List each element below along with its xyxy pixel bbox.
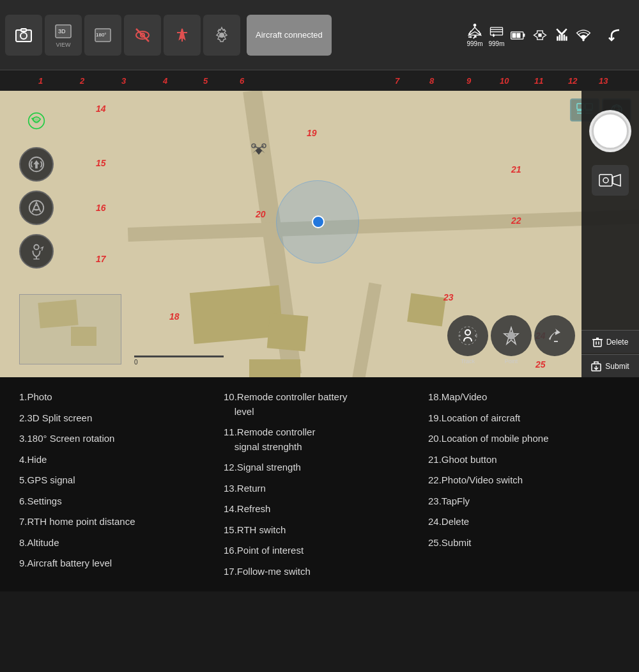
legend-item-12: 12.Signal strength (224, 460, 415, 475)
legend-item-10: 10.Remode controller battery level (224, 390, 415, 419)
number-annotation-row: 1 2 3 4 5 6 7 8 9 10 11 12 13 (0, 70, 639, 91)
label-8: 8 (429, 76, 434, 86)
wifi-signal-stat (575, 27, 592, 43)
action-buttons: Delete Submit (581, 330, 639, 377)
point-button[interactable]: Point (491, 315, 532, 364)
return-button[interactable] (597, 15, 634, 56)
legend-item-5: 5.GPS signal (19, 473, 211, 488)
drone-location-icon (249, 142, 268, 161)
track-circle (447, 315, 488, 356)
svg-text:→↗: →↗ (468, 35, 477, 39)
svg-text:3D: 3D (58, 28, 66, 35)
svg-rect-30 (566, 36, 567, 40)
shoot-button-inner (592, 113, 629, 150)
tapfly-controls: Track Point (447, 315, 575, 364)
svg-marker-58 (613, 175, 620, 186)
phone-location-dot (312, 215, 325, 228)
svg-text:180°: 180° (96, 32, 107, 38)
map-label-14: 14 (96, 104, 106, 114)
label-12: 12 (568, 76, 577, 86)
legend-item-3: 3.180° Screen rotation (19, 432, 211, 446)
point-of-interest-button[interactable] (19, 191, 54, 225)
rth-distance-stat: →↗ 999m (466, 22, 483, 47)
legend-item-14: 14.Refresh (224, 502, 415, 517)
svg-point-59 (465, 330, 470, 335)
legend-item-9: 9.Aircraft battery level (19, 556, 211, 571)
aircraft-battery-stat (510, 27, 527, 43)
svg-rect-56 (599, 175, 612, 186)
legend-col1: 1.Photo 2.3D Split screen 3.180° Screen … (19, 390, 211, 585)
refresh-button[interactable] (19, 104, 54, 138)
svg-rect-2 (21, 29, 26, 31)
legend-item-16: 16.Point of interest (224, 543, 415, 558)
swipe-button[interactable] (534, 315, 575, 364)
top-bar: 3D VIEW 180° (0, 0, 639, 70)
map-label-15: 15 (96, 158, 106, 168)
rth-switch-button[interactable] (19, 147, 54, 182)
settings-button[interactable] (203, 15, 240, 56)
legend-item-13: 13.Return (224, 481, 415, 496)
svg-rect-28 (561, 33, 563, 40)
legend-item-6: 6.Settings (19, 494, 211, 509)
svg-rect-26 (557, 36, 558, 40)
delete-button[interactable]: Delete (581, 330, 639, 353)
label-9: 9 (466, 76, 471, 86)
label-5: 5 (203, 76, 208, 86)
legend-item-8: 8.Altitude (19, 536, 211, 551)
legend-item-23: 23.TapFly (428, 494, 620, 509)
svg-rect-27 (559, 35, 561, 41)
remote-signal-stat (553, 27, 570, 43)
svg-rect-62 (594, 340, 601, 347)
photo-button[interactable] (5, 15, 42, 56)
svg-rect-24 (516, 33, 520, 38)
legend-item-7: 7.RTH home point distance (19, 515, 211, 529)
photo-video-switch[interactable] (592, 165, 629, 196)
label-13: 13 (599, 76, 608, 86)
point-label: Point (505, 358, 518, 364)
legend-item-2: 2.3D Split screen (19, 411, 211, 426)
hide-button[interactable] (124, 15, 161, 56)
legend-item-11: 11.Remode controller signal strenghth (224, 425, 415, 454)
label-2: 2 (80, 76, 84, 86)
swipe-label (554, 358, 556, 364)
label-7: 7 (395, 76, 399, 86)
submit-button[interactable]: Submit (581, 354, 639, 377)
legend-item-24: 24.Delete (428, 515, 620, 529)
legend-area: 1.Photo 2.3D Split screen 3.180° Screen … (0, 377, 639, 591)
180-rotation-button[interactable]: 180° (84, 15, 121, 56)
track-label: Track (461, 358, 475, 364)
svg-point-61 (507, 332, 515, 340)
3d-split-button[interactable]: 3D VIEW (45, 15, 82, 56)
swipe-circle (534, 315, 575, 356)
map-label-21: 21 (511, 164, 521, 175)
legend-item-17: 17.Follow-me switch (224, 565, 415, 579)
follow-me-button[interactable] (19, 234, 54, 269)
submit-label: Submit (605, 362, 629, 371)
svg-point-31 (582, 39, 584, 41)
legend-item-1: 1.Photo (19, 390, 211, 405)
svg-point-14 (473, 24, 475, 26)
map-label-18: 18 (169, 311, 180, 322)
point-circle (491, 315, 532, 356)
legend-item-18: 18.Map/Video (428, 390, 620, 405)
legend-col2: 10.Remode controller battery level 11.Re… (224, 390, 415, 585)
gps-signal-button[interactable] (164, 15, 201, 56)
left-panel (19, 104, 54, 269)
svg-rect-22 (523, 33, 525, 36)
legend-item-25: 25.Submit (428, 536, 620, 551)
map-area[interactable]: 14 15 16 17 18 19 20 21 22 23 24 25 (0, 91, 639, 377)
legend-item-15: 15.RTH switch (224, 523, 415, 538)
svg-point-57 (603, 178, 608, 183)
legend-item-20: 20.Location of mobile phone (428, 432, 620, 446)
scale-bar: 0 (134, 356, 224, 366)
svg-point-12 (219, 33, 224, 38)
svg-rect-23 (512, 33, 516, 38)
svg-rect-25 (538, 33, 541, 36)
legend-item-21: 21.Ghoot button (428, 453, 620, 467)
legend-col3: 18.Map/Video 19.Location of aircraft 20.… (428, 390, 620, 585)
label-3: 3 (121, 76, 126, 86)
3d-sub-label: VIEW (56, 42, 70, 48)
track-button[interactable]: Track (447, 315, 488, 364)
shoot-button[interactable] (589, 110, 631, 152)
svg-text:↕: ↕ (493, 33, 495, 37)
